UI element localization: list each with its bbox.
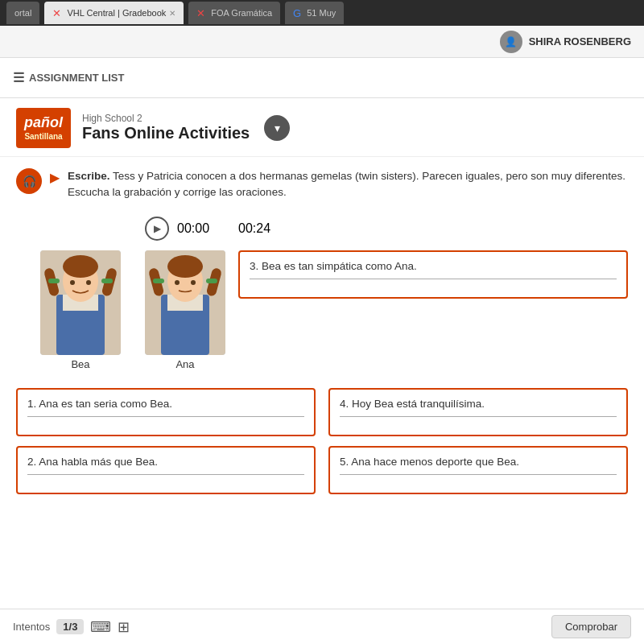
comprobar-button[interactable]: Comprobar: [551, 615, 631, 638]
answer-row-2-5: 2. Ana habla más que Bea. 5. Ana hace me…: [16, 446, 628, 494]
user-info: 👤 SHIRA ROSENBERG: [500, 31, 631, 53]
answer-box-3[interactable]: 3. Bea es tan simpática como Ana.: [238, 250, 628, 299]
svg-point-9: [70, 280, 75, 285]
current-time: 00:00: [177, 221, 209, 236]
ana-label: Ana: [175, 358, 194, 370]
content-flex: Bea: [16, 250, 628, 378]
assignment-bar: ☰ ASSIGNMENT LIST: [0, 58, 644, 98]
svg-point-15: [167, 255, 203, 278]
instruction-text: Escribe. Tess y Patricia conocen a dos h…: [68, 168, 628, 201]
brand-top: pañol: [24, 114, 63, 132]
escribe-label: Escribe.: [68, 170, 110, 182]
course-info: High School 2 Fans Online Activities: [82, 113, 250, 142]
tab-foa[interactable]: ✕ FOA Gramática: [188, 2, 280, 24]
instruction-body: Tess y Patricia conocen a dos hermanas g…: [68, 170, 625, 198]
dropdown-button[interactable]: ▾: [264, 115, 290, 141]
answer-box-4[interactable]: 4. Hoy Bea está tranquilísima.: [328, 388, 628, 436]
course-title: Fans Online Activities: [82, 124, 250, 142]
tab-ortal[interactable]: ortal: [6, 2, 39, 24]
brand-logo: pañol Santillana: [16, 108, 71, 148]
google-icon: G: [293, 7, 301, 19]
attempt-total: 3: [72, 621, 77, 633]
svg-point-20: [175, 280, 180, 285]
answer-row-1-4: 1. Ana es tan seria como Bea. 4. Hoy Bea…: [16, 388, 628, 436]
svg-rect-8: [101, 279, 113, 283]
divider: [0, 156, 644, 157]
svg-rect-19: [206, 279, 217, 283]
audio-play-button[interactable]: ▶: [145, 217, 169, 241]
answer-1-text: 1. Ana es tan seria como Bea.: [27, 398, 172, 410]
left-side: Bea: [16, 250, 225, 378]
attempt-badge: 1/3: [56, 619, 84, 634]
main-content: pañol Santillana High School 2 Fans Onli…: [0, 98, 644, 644]
answer-box-5[interactable]: 5. Ana hace menos deporte que Bea.: [328, 446, 628, 494]
tab-close-icon[interactable]: ✕: [169, 9, 175, 18]
keyboard-icon[interactable]: ⌨: [90, 618, 111, 636]
svg-rect-18: [153, 279, 164, 283]
answer-3-text: 3. Bea es tan simpática como Ana.: [250, 260, 417, 272]
person-ana: Ana: [145, 250, 225, 370]
audio-player: ▶ 00:00 00:24: [145, 217, 628, 241]
top-bar: 👤 SHIRA ROSENBERG: [0, 26, 644, 58]
svg-point-10: [86, 280, 91, 285]
bottom-bar: Intentos 1/3 ⌨ ⊞ Comprobar: [0, 609, 644, 644]
ana-image: [145, 250, 225, 355]
assignment-list-label: ASSIGNMENT LIST: [29, 72, 124, 84]
intentos-label: Intentos: [13, 621, 50, 633]
assignment-list-button[interactable]: ☰ ASSIGNMENT LIST: [13, 70, 124, 85]
images-row: Bea: [16, 250, 225, 370]
answer-5-text: 5. Ana hace menos deporte que Bea.: [340, 456, 519, 468]
audio-circle-icon[interactable]: 🎧: [16, 168, 42, 194]
foa-icon: ✕: [196, 7, 205, 19]
bea-image: [40, 250, 121, 355]
avatar: 👤: [500, 31, 522, 53]
instruction-row: 🎧 ▶ Escribe. Tess y Patricia conocen a d…: [16, 163, 628, 206]
intentos-section: Intentos 1/3 ⌨ ⊞: [13, 618, 130, 636]
attempt-current: 1: [63, 621, 68, 633]
tab-google[interactable]: G 51 Muy: [285, 2, 344, 24]
answer-box-1[interactable]: 1. Ana es tan seria como Bea.: [16, 388, 316, 436]
tab-gradebook[interactable]: ✕ VHL Central | Gradebook ✕: [44, 2, 184, 24]
course-header: pañol Santillana High School 2 Fans Onli…: [0, 98, 644, 155]
svg-point-21: [191, 280, 196, 285]
grid-icon[interactable]: ⊞: [118, 618, 130, 636]
play-inline-icon[interactable]: ▶: [50, 170, 60, 185]
tab-label: 51 Muy: [307, 8, 336, 18]
answer-2-text: 2. Ana habla más que Bea.: [27, 456, 158, 468]
username: SHIRA ROSENBERG: [529, 35, 631, 47]
right-side: 3. Bea es tan simpática como Ana.: [238, 250, 628, 299]
course-level: High School 2: [82, 113, 250, 124]
exercise-area: 🎧 ▶ Escribe. Tess y Patricia conocen a d…: [0, 163, 644, 495]
list-icon: ☰: [13, 70, 24, 85]
vhl-icon: ✕: [52, 7, 61, 19]
brand-bottom: Santillana: [24, 132, 63, 142]
browser-chrome: ortal ✕ VHL Central | Gradebook ✕ ✕ FOA …: [0, 0, 644, 26]
svg-point-4: [63, 255, 98, 278]
svg-rect-7: [48, 279, 60, 283]
tab-label: FOA Gramática: [211, 8, 272, 18]
total-time: 00:24: [238, 221, 270, 236]
tab-label: VHL Central | Gradebook: [67, 8, 166, 18]
person-bea: Bea: [40, 250, 121, 370]
answer-4-text: 4. Hoy Bea está tranquilísima.: [340, 398, 485, 410]
tab-label: ortal: [14, 8, 31, 18]
bea-label: Bea: [71, 358, 89, 370]
answer-box-2[interactable]: 2. Ana habla más que Bea.: [16, 446, 316, 494]
